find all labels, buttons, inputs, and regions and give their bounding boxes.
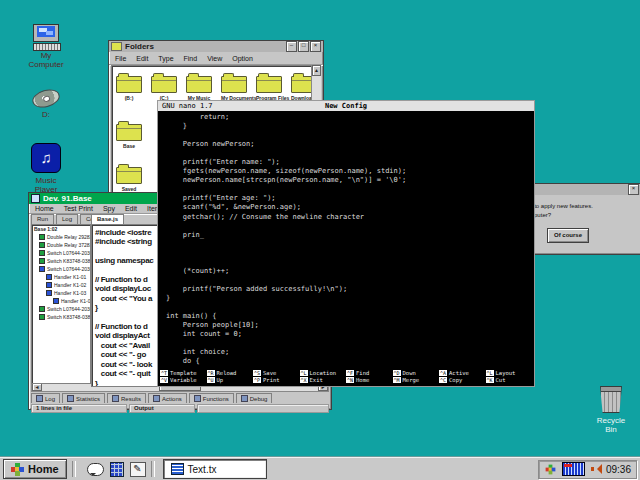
folder-item-base[interactable]: Base <box>116 120 142 149</box>
menu-item-edit[interactable]: Edit <box>125 205 137 212</box>
shortcut-print[interactable]: ^PPrint <box>253 377 300 383</box>
menu-item-file[interactable]: File <box>115 55 126 62</box>
tab-icon <box>241 395 248 402</box>
shortcut-save[interactable]: ^SSave <box>253 370 300 376</box>
menu-item-test-print[interactable]: Test Print <box>64 205 93 212</box>
calculator-icon[interactable] <box>110 462 124 477</box>
menu-item-home[interactable]: Home <box>35 205 54 212</box>
tree-item-double-relay-37283[interactable]: Double Relay 37283 <box>32 241 90 249</box>
folder-item-my-documents[interactable]: My Documents <box>221 72 247 101</box>
scroll-left-icon[interactable]: ◄ <box>32 383 42 391</box>
folder-item-c[interactable]: (C:) <box>151 72 177 101</box>
chat-icon[interactable] <box>87 463 104 476</box>
menu-item-option[interactable]: Option <box>232 55 253 62</box>
folder-item-saved[interactable]: Saved <box>116 163 142 192</box>
shortcut-label: Variable <box>170 377 197 383</box>
dialog-close-icon[interactable]: × <box>628 184 639 195</box>
terminal-line: (*count)++; <box>166 267 534 276</box>
shortcut-up[interactable]: ^UUp <box>207 377 254 383</box>
desktop-icon-d-drive[interactable]: D: <box>18 90 74 119</box>
shortcut-label: Home <box>356 377 369 383</box>
shortcut-home[interactable]: ^NHome <box>346 377 393 383</box>
desktop: My Computer D: ♫ Music Player Recycle Bi… <box>0 0 640 480</box>
network-plus-icon[interactable] <box>546 464 556 474</box>
folder-item-downloads[interactable]: Downloads <box>291 72 312 101</box>
menu-item-type[interactable]: Type <box>158 55 173 62</box>
desktop-icon-my-computer[interactable]: My Computer <box>18 24 74 69</box>
tab-run[interactable]: Run <box>31 214 54 224</box>
pen-icon[interactable]: ✎ <box>130 462 146 477</box>
tree-item-switch-l07644-20304[interactable]: Switch L07644-20304 <box>32 249 90 257</box>
shortcut-exit[interactable]: ^XExit <box>300 377 347 383</box>
close-icon[interactable]: × <box>310 41 321 52</box>
tree-item-handler-k1-01[interactable]: Handler K1-01 <box>32 273 90 281</box>
scroll-up-icon[interactable]: ▲ <box>312 65 321 76</box>
dev-window-title: Dev. 91.Base <box>43 193 92 204</box>
folder-icon <box>116 76 142 93</box>
home-button[interactable]: Home <box>3 459 67 479</box>
shortcut-copy[interactable]: ^CCopy <box>439 377 486 383</box>
tree-item-label: Switch L07644-20304 <box>47 265 91 273</box>
menu-item-find[interactable]: Find <box>184 55 198 62</box>
keyboard-layout-icon[interactable] <box>562 462 585 476</box>
tree-item-label: Switch L07644-20304 <box>47 305 91 313</box>
taskbar: Home ✎ Text.tx 09:36 <box>0 457 640 480</box>
tree-item-handler-k1-03[interactable]: Handler K1-03 <box>32 289 90 297</box>
tree-item-switch-l07644-20304[interactable]: Switch L07644-20304 <box>32 265 90 273</box>
tree-item-switch-k83748-03844[interactable]: Switch K83748-03844 <box>32 257 90 265</box>
bottom-tab-debug[interactable]: Debug <box>236 393 273 403</box>
bottom-tab-results[interactable]: Results <box>107 393 146 403</box>
shortcut-cut[interactable]: ^KCut <box>486 377 533 383</box>
tree-item-handler-k1-02[interactable]: Handler K1-02 <box>32 281 90 289</box>
desktop-icon-recycle-bin[interactable]: Recycle Bin <box>586 386 636 434</box>
bottom-tab-actions[interactable]: Actions <box>148 393 187 403</box>
folder-item-b[interactable]: (B:) <box>116 72 142 101</box>
volume-icon[interactable] <box>590 464 601 474</box>
of-course-button[interactable]: Of course <box>547 228 589 243</box>
tree-item-double-relay-29282[interactable]: Double Relay 29282 <box>32 233 90 241</box>
tree-item-label: Handler K1-02 <box>54 281 86 289</box>
minimize-icon[interactable]: – <box>286 41 297 52</box>
shortcut-reload[interactable]: ^RReload <box>207 370 254 376</box>
folders-window-title: Folders <box>125 41 154 52</box>
menu-item-view[interactable]: View <box>207 55 222 62</box>
tree-item-switch-l07644-20304[interactable]: Switch L07644-20304 <box>32 305 90 313</box>
tab-base-js[interactable]: Base.js <box>91 214 124 224</box>
maximize-icon[interactable]: □ <box>298 41 309 52</box>
folders-menubar: FileEditTypeFindViewOption <box>109 52 323 65</box>
shortcut-label: Exit <box>310 377 323 383</box>
menu-item-spy[interactable]: Spy <box>103 205 115 212</box>
shortcut-template[interactable]: ^TTemplate <box>160 370 207 376</box>
tree-item-handler-k1-03[interactable]: Handler K1-03 <box>32 297 90 305</box>
shortcut-label: Down <box>403 370 416 376</box>
desktop-icon-music-player[interactable]: ♫ Music Player <box>18 143 74 194</box>
terminal-header[interactable]: GNU nano 1.7 New Config <box>158 101 534 111</box>
terminal-line <box>166 258 534 267</box>
bottom-tab-statistics[interactable]: Statistics <box>62 393 105 403</box>
tree-item-label: Switch L07644-20304 <box>47 249 91 257</box>
folder-item-my-music[interactable]: My Music <box>186 72 212 101</box>
shortcut-variable[interactable]: ^VVariable <box>160 377 207 383</box>
bottom-tab-label: Actions <box>162 396 182 402</box>
shortcut-find[interactable]: ^FFind <box>346 370 393 376</box>
my-computer-icon <box>33 24 59 48</box>
folders-titlebar[interactable]: Folders –□× <box>109 41 323 52</box>
terminal-line <box>166 276 534 285</box>
bottom-tab-log[interactable]: Log <box>31 393 60 403</box>
terminal-line: printf("Enter age: "); <box>166 194 534 203</box>
tree-item-switch-k83748-03844[interactable]: Switch K83748-03844 <box>32 313 90 321</box>
tab-log[interactable]: Log <box>56 214 78 224</box>
task-button-text-tx[interactable]: Text.tx <box>163 459 267 479</box>
shortcut-active[interactable]: ^AActive <box>439 370 486 376</box>
shortcut-layout[interactable]: ^LLayout <box>486 370 533 376</box>
folder-item-program-files[interactable]: Program Files <box>256 72 282 101</box>
shortcut-merge[interactable]: ^MMerge <box>393 377 440 383</box>
bottom-tab-functions[interactable]: Functions <box>189 393 234 403</box>
terminal-text-area[interactable]: return; } Person newPerson; printf("Ente… <box>158 111 534 366</box>
menu-item-edit[interactable]: Edit <box>136 55 148 62</box>
terminal-line: } <box>166 294 534 303</box>
tree-root[interactable]: Base 1:02 <box>32 225 90 233</box>
shortcut-down[interactable]: ^DDown <box>393 370 440 376</box>
icon-label: My Computer <box>18 51 74 69</box>
shortcut-location[interactable]: ^LLocation <box>300 370 347 376</box>
